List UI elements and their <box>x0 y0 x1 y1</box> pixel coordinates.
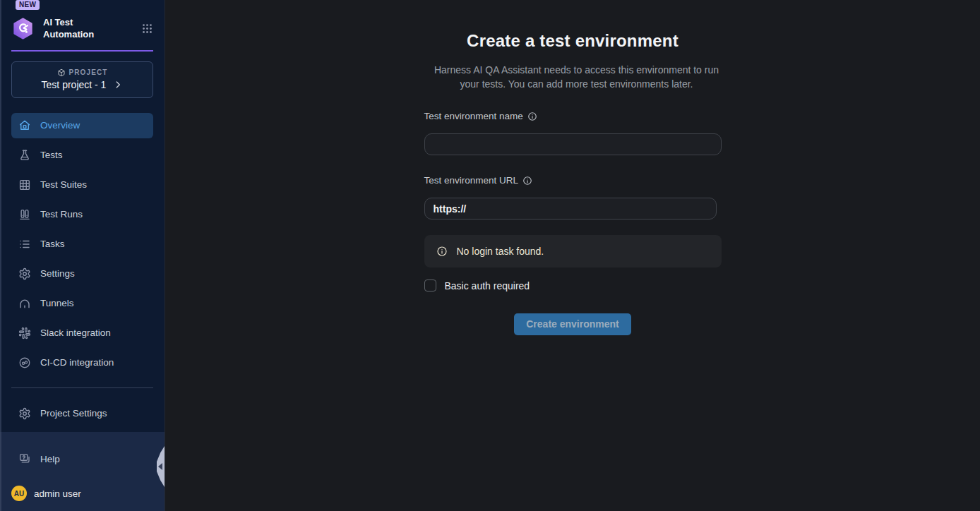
accent-divider <box>11 50 153 52</box>
sidebar-item-tunnels[interactable]: Tunnels <box>11 291 153 316</box>
app-logo-icon <box>11 17 35 40</box>
help-button[interactable]: Help <box>11 446 153 471</box>
cicd-icon <box>18 356 31 369</box>
basic-auth-label: Basic auth required <box>445 280 530 291</box>
chevron-right-icon <box>113 80 123 90</box>
sidebar-item-label: CI-CD integration <box>40 357 114 368</box>
sidebar-header: NEW AI Test Automation <box>0 0 165 41</box>
table-icon <box>18 179 31 191</box>
gear-icon <box>18 267 31 280</box>
help-label: Help <box>40 454 60 464</box>
list-icon <box>18 238 31 251</box>
create-environment-button[interactable]: Create environment <box>514 313 631 335</box>
new-badge: NEW <box>16 0 40 10</box>
url-field-label: Test environment URL <box>424 175 519 186</box>
cube-icon <box>57 68 66 77</box>
page-title: Create a test environment <box>424 31 722 51</box>
sidebar-item-test-suites[interactable]: Test Suites <box>11 172 153 198</box>
sidebar-item-test-runs[interactable]: Test Runs <box>11 202 153 227</box>
project-label: PROJECT <box>69 68 108 76</box>
main-content: Create a test environment Harness AI QA … <box>165 0 980 511</box>
sidebar-divider <box>11 387 153 388</box>
sidebar-item-label: Test Runs <box>40 209 83 220</box>
name-field-label: Test environment name <box>424 111 523 121</box>
environment-url-input[interactable] <box>424 198 717 220</box>
sidebar-item-label: Slack integration <box>40 327 111 338</box>
sidebar-item-label: Tasks <box>40 239 65 249</box>
sidebar-item-label: Project Settings <box>40 408 107 419</box>
sidebar-item-tasks[interactable]: Tasks <box>11 232 153 257</box>
sidebar-footer: Help AU admin user <box>0 432 165 511</box>
project-selector[interactable]: PROJECT Test project - 1 <box>11 61 153 98</box>
columns-icon <box>18 208 31 221</box>
sidebar-item-cicd-integration[interactable]: CI-CD integration <box>11 350 153 375</box>
url-field-group: Test environment URL <box>424 175 722 220</box>
sidebar-item-label: Test Suites <box>40 179 87 190</box>
tunnel-icon <box>18 297 31 310</box>
user-menu[interactable]: AU admin user <box>11 486 153 501</box>
banner-text: No login task found. <box>457 246 544 257</box>
basic-auth-checkbox-row[interactable]: Basic auth required <box>424 279 722 291</box>
help-chat-icon <box>18 452 31 465</box>
sidebar-item-label: Overview <box>40 120 80 131</box>
project-name: Test project - 1 <box>42 79 107 90</box>
no-login-task-banner: No login task found. <box>424 235 722 267</box>
sidebar-nav: Overview Tests Test Suites <box>11 113 153 375</box>
gear-icon <box>18 407 31 420</box>
flask-icon <box>18 149 31 162</box>
slack-icon <box>18 327 31 339</box>
sidebar-item-tests[interactable]: Tests <box>11 143 153 168</box>
sidebar-item-label: Tunnels <box>40 298 74 308</box>
basic-auth-checkbox[interactable] <box>424 279 436 291</box>
sidebar-item-label: Tests <box>40 150 63 160</box>
info-icon[interactable] <box>522 176 532 186</box>
app-switcher-grid-icon[interactable] <box>141 23 153 35</box>
sidebar: NEW AI Test Automation <box>0 0 165 511</box>
sidebar-item-settings[interactable]: Settings <box>11 261 153 287</box>
environment-name-input[interactable] <box>424 133 722 155</box>
sidebar-item-overview[interactable]: Overview <box>11 113 153 138</box>
info-icon[interactable] <box>527 112 537 121</box>
name-field-group: Test environment name <box>424 111 722 155</box>
avatar: AU <box>11 486 27 501</box>
user-name: admin user <box>34 488 81 499</box>
info-icon <box>436 246 448 257</box>
sidebar-item-slack-integration[interactable]: Slack integration <box>11 320 153 346</box>
sidebar-item-label: Settings <box>40 268 75 279</box>
home-icon <box>18 119 31 132</box>
sidebar-item-project-settings[interactable]: Project Settings <box>11 401 153 426</box>
page-subtitle: Harness AI QA Assistant needs to access … <box>424 63 729 91</box>
app-title: AI Test Automation <box>43 17 98 41</box>
